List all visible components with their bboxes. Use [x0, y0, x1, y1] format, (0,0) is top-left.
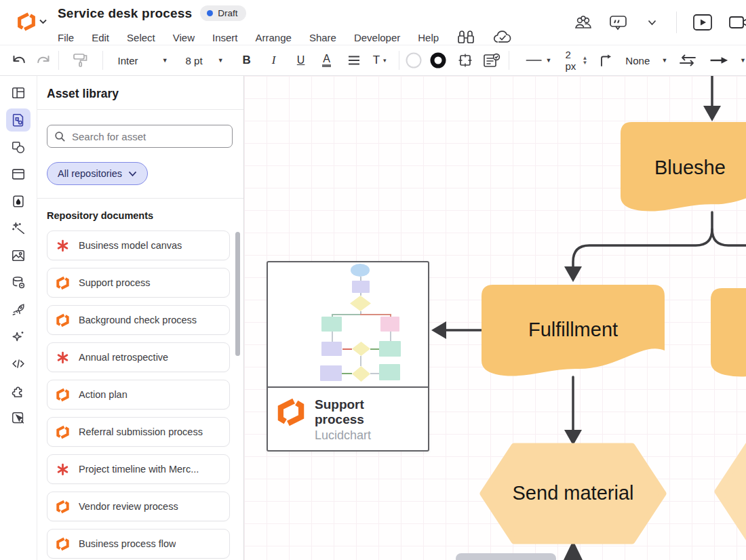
thumb-node — [321, 317, 342, 332]
thumb-node — [390, 332, 391, 341]
text-options-button[interactable]: T ▾ — [370, 49, 389, 72]
repository-document-item[interactable]: Annual retrospective — [47, 342, 230, 372]
bold-button[interactable]: B — [237, 49, 256, 72]
lucidchart-icon — [56, 313, 70, 327]
thumb-node — [352, 366, 370, 382]
repository-document-item[interactable]: Action plan — [47, 380, 230, 409]
line-width-stepper[interactable]: 2 px ▲▼ — [565, 49, 587, 72]
menu-item[interactable]: Insert — [212, 32, 238, 43]
layout-panels-button[interactable] — [6, 81, 31, 104]
chevron-down-icon: ▾ — [383, 57, 387, 64]
shape-label: Blueshe — [654, 157, 726, 179]
shape-partial-bottom[interactable] — [456, 553, 556, 560]
connector-type-button[interactable] — [597, 49, 616, 72]
menu-item[interactable]: Select — [127, 32, 155, 43]
divider — [676, 12, 677, 33]
shape-hexagon-partial[interactable] — [718, 444, 746, 539]
fill-color-button[interactable] — [404, 49, 423, 72]
divider — [509, 51, 509, 70]
repository-filter-dropdown[interactable]: All repositories — [47, 162, 148, 185]
repository-document-item[interactable]: Support process — [47, 268, 230, 298]
asset-thumbnail — [268, 262, 428, 386]
window-button[interactable] — [6, 163, 31, 186]
underline-button[interactable]: U — [292, 49, 311, 72]
magic-wand-button[interactable] — [6, 217, 31, 240]
plugin-puzzle-button[interactable] — [6, 380, 31, 403]
app-logo-menu[interactable] — [16, 12, 47, 32]
app-header: Service desk process Draft FileEditSelec… — [0, 0, 746, 45]
font-size-select[interactable]: 8 pt ▼ — [186, 49, 224, 72]
asset-search-box[interactable] — [47, 125, 233, 148]
thumb-node — [352, 342, 370, 356]
align-button[interactable] — [345, 49, 364, 72]
format-toolbar: Inter ▼ 8 pt ▼ B I U A T ▾ ▼ — [0, 45, 746, 76]
code-button[interactable] — [6, 353, 31, 376]
repository-document-item[interactable]: Business process flow — [47, 529, 230, 559]
chevron-down-icon[interactable] — [642, 11, 661, 34]
frame-button[interactable] — [456, 49, 475, 72]
lucidchart-icon — [56, 500, 70, 514]
connector[interactable] — [712, 229, 746, 245]
divider — [37, 109, 243, 110]
repository-document-item[interactable]: Business model canvas — [47, 231, 230, 260]
stepper-arrows[interactable]: ▲▼ — [582, 56, 587, 65]
stroke-color-button[interactable] — [429, 49, 448, 72]
video-camera-button[interactable] — [728, 11, 746, 34]
data-link-button[interactable] — [6, 271, 31, 294]
collaborators-button[interactable] — [573, 11, 593, 34]
arrow-endpoint-button[interactable] — [709, 49, 729, 72]
undo-button[interactable] — [9, 49, 28, 72]
shape-document-partial[interactable] — [711, 288, 746, 376]
text-color-button[interactable]: A — [317, 49, 336, 72]
notes-check-button[interactable] — [482, 49, 500, 72]
menu-item[interactable]: View — [173, 32, 195, 43]
text-color-label: A — [322, 54, 331, 68]
italic-button[interactable]: I — [264, 49, 283, 72]
rocket-button[interactable] — [6, 298, 31, 321]
font-family-select[interactable]: Inter ▼ — [118, 49, 168, 72]
menu-item[interactable]: Help — [418, 32, 439, 43]
document-label: Vendor review process — [79, 501, 178, 512]
arrowhead-down — [564, 266, 582, 282]
format-painter-button[interactable] — [71, 49, 90, 72]
arrowhead-left — [431, 321, 446, 339]
repository-document-item[interactable]: Referral submission process — [47, 417, 230, 447]
menu-item[interactable]: Arrange — [256, 32, 292, 43]
shapes-button[interactable] — [6, 136, 31, 159]
font-size-value: 8 pt — [186, 55, 203, 66]
swap-endpoints-button[interactable] — [678, 49, 697, 72]
shape-label: Send material — [483, 482, 663, 504]
asset-library-button[interactable] — [6, 108, 31, 132]
repository-document-item[interactable]: Project timeline with Merc... — [47, 454, 230, 484]
chevron-down-icon — [39, 19, 47, 24]
thumb-node — [360, 314, 391, 315]
menu-item[interactable]: Developer — [354, 32, 400, 43]
menu-item[interactable]: Share — [309, 32, 336, 43]
status-badge[interactable]: Draft — [200, 5, 246, 21]
comments-button[interactable] — [608, 11, 627, 34]
redo-button[interactable] — [34, 49, 53, 72]
image-button[interactable] — [6, 244, 31, 267]
document-label: Action plan — [79, 389, 127, 400]
asset-preview-card[interactable]: Support process Lucidchart — [267, 261, 429, 452]
repository-document-item[interactable]: Background check process — [47, 305, 230, 335]
search-input[interactable] — [72, 131, 225, 142]
line-style-select[interactable]: ▼ — [526, 49, 551, 72]
connector[interactable] — [573, 212, 712, 268]
cursor-action-button[interactable] — [6, 407, 31, 430]
status-badge-label: Draft — [218, 8, 237, 18]
asset-library-panel: Asset library All repositories Repositor… — [37, 76, 244, 560]
line-endpoint-select[interactable]: None ▼ — [625, 49, 667, 72]
scrollbar-thumb[interactable] — [235, 232, 240, 356]
sparkle-button[interactable] — [6, 325, 31, 348]
thumb-node — [320, 365, 342, 381]
menu-item[interactable]: Edit — [92, 32, 109, 43]
repository-document-item[interactable]: Vendor review process — [47, 492, 230, 521]
present-play-button[interactable] — [692, 11, 713, 34]
chevron-down-icon[interactable]: ▼ — [740, 57, 746, 64]
menu-item[interactable]: File — [58, 32, 74, 43]
font-family-value: Inter — [118, 55, 138, 66]
theme-ink-button[interactable] — [6, 190, 31, 213]
diagram-canvas[interactable]: Blueshe Fulfillment Send material Suppor… — [244, 76, 746, 560]
document-title[interactable]: Service desk process — [58, 6, 192, 21]
